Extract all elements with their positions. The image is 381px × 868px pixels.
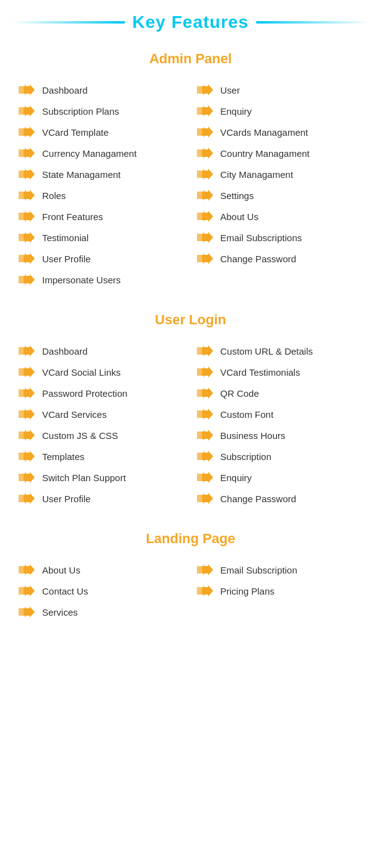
- page-header: Key Features: [0, 12, 381, 32]
- feature-label: Impersonate Users: [42, 275, 121, 285]
- feature-label: Password Protection: [42, 388, 128, 399]
- list-item: Custom JS & CSS: [12, 425, 191, 446]
- feature-label: Roles: [42, 190, 66, 201]
- feature-label: Enquiry: [221, 106, 252, 117]
- list-item: About Us: [12, 559, 191, 580]
- section-title-admin-panel: Admin Panel: [12, 51, 369, 67]
- list-item: Pricing Plans: [191, 580, 369, 601]
- list-item: Services: [12, 601, 369, 622]
- list-item: VCard Services: [12, 404, 191, 425]
- page-title: Key Features: [133, 12, 249, 32]
- list-item: Business Hours: [191, 425, 369, 446]
- arrow-icon: [197, 232, 214, 243]
- arrow-icon: [197, 585, 214, 596]
- section-title-landing-page: Landing Page: [12, 531, 369, 547]
- features-grid-landing-page: About Us Email Subscription Contact Us P…: [12, 559, 369, 622]
- features-grid-admin-panel: Dashboard User Subscription Plans Enquir…: [12, 79, 369, 290]
- feature-label: Switch Plan Support: [42, 472, 126, 483]
- list-item: Templates: [12, 446, 191, 467]
- arrow-icon: [19, 190, 36, 201]
- feature-label: About Us: [42, 565, 81, 575]
- arrow-icon: [197, 126, 214, 138]
- feature-label: Email Subscriptions: [221, 232, 302, 243]
- list-item: Currency Managament: [12, 143, 191, 164]
- list-item: Custom URL & Details: [191, 340, 369, 361]
- list-item: Dashboard: [12, 340, 191, 361]
- arrow-icon: [19, 409, 36, 420]
- feature-label: Services: [42, 607, 78, 618]
- feature-label: VCard Testimonials: [221, 367, 300, 378]
- arrow-icon: [19, 169, 36, 180]
- feature-label: Pricing Plans: [221, 586, 275, 596]
- list-item: Switch Plan Support: [12, 467, 191, 488]
- list-item: Impersonate Users: [12, 269, 369, 290]
- arrow-icon: [197, 451, 214, 462]
- feature-label: Business Hours: [221, 430, 286, 441]
- arrow-icon: [197, 84, 214, 95]
- list-item: Change Password: [191, 248, 369, 269]
- arrow-icon: [19, 388, 36, 399]
- arrow-icon: [19, 84, 36, 95]
- arrow-icon: [19, 232, 36, 243]
- arrow-icon: [19, 430, 36, 441]
- list-item: QR Code: [191, 383, 369, 404]
- arrow-icon: [197, 190, 214, 201]
- feature-label: VCard Template: [42, 127, 108, 138]
- feature-label: Enquiry: [221, 472, 252, 483]
- arrow-icon: [19, 451, 36, 462]
- list-item: Subscription: [191, 446, 369, 467]
- features-grid-user-login: Dashboard Custom URL & Details VCard Soc…: [12, 340, 369, 509]
- feature-label: Subscription: [221, 451, 272, 462]
- feature-label: User Profile: [42, 494, 90, 504]
- arrow-icon: [197, 148, 214, 159]
- arrow-icon: [19, 366, 36, 378]
- list-item: Email Subscription: [191, 559, 369, 580]
- feature-label: Custom JS & CSS: [42, 430, 118, 441]
- list-item: City Managament: [191, 164, 369, 185]
- arrow-icon: [19, 148, 36, 159]
- feature-label: About Us: [221, 211, 259, 222]
- list-item: Contact Us: [12, 580, 191, 601]
- arrow-icon: [197, 105, 214, 117]
- arrow-icon: [197, 345, 214, 356]
- section-landing-page: Landing Page About Us Email Subscription…: [0, 531, 381, 622]
- arrow-icon: [197, 472, 214, 483]
- feature-label: Change Password: [221, 494, 297, 504]
- list-item: User: [191, 79, 369, 100]
- list-item: Country Managament: [191, 143, 369, 164]
- feature-label: City Managament: [221, 169, 294, 180]
- arrow-icon: [19, 493, 36, 504]
- list-item: User Profile: [12, 488, 191, 509]
- feature-label: Dashboard: [42, 346, 87, 356]
- list-item: Roles: [12, 185, 191, 206]
- list-item: Testimonial: [12, 227, 191, 248]
- arrow-icon: [19, 253, 36, 264]
- list-item: VCards Managament: [191, 122, 369, 143]
- arrow-icon: [197, 211, 214, 222]
- arrow-icon: [197, 253, 214, 264]
- arrow-icon: [19, 345, 36, 356]
- feature-label: Custom URL & Details: [221, 346, 313, 356]
- list-item: About Us: [191, 206, 369, 227]
- feature-label: User: [221, 85, 240, 95]
- feature-label: VCard Services: [42, 409, 107, 420]
- feature-label: Dashboard: [42, 85, 87, 95]
- feature-label: VCards Managament: [221, 127, 309, 138]
- arrow-icon: [19, 472, 36, 483]
- header-line-left: [12, 21, 125, 24]
- section-title-user-login: User Login: [12, 312, 369, 328]
- feature-label: Testimonial: [42, 232, 89, 243]
- section-user-login: User Login Dashboard Custom URL & Detail…: [0, 312, 381, 509]
- arrow-icon: [197, 366, 214, 378]
- feature-label: Front Features: [42, 211, 103, 222]
- list-item: Front Features: [12, 206, 191, 227]
- feature-label: VCard Social Links: [42, 367, 121, 378]
- feature-label: Settings: [221, 190, 254, 201]
- arrow-icon: [197, 409, 214, 420]
- list-item: VCard Testimonials: [191, 361, 369, 383]
- arrow-icon: [19, 606, 36, 618]
- feature-label: Country Managament: [221, 148, 310, 159]
- arrow-icon: [19, 564, 36, 575]
- list-item: Enquiry: [191, 467, 369, 488]
- list-item: VCard Social Links: [12, 361, 191, 383]
